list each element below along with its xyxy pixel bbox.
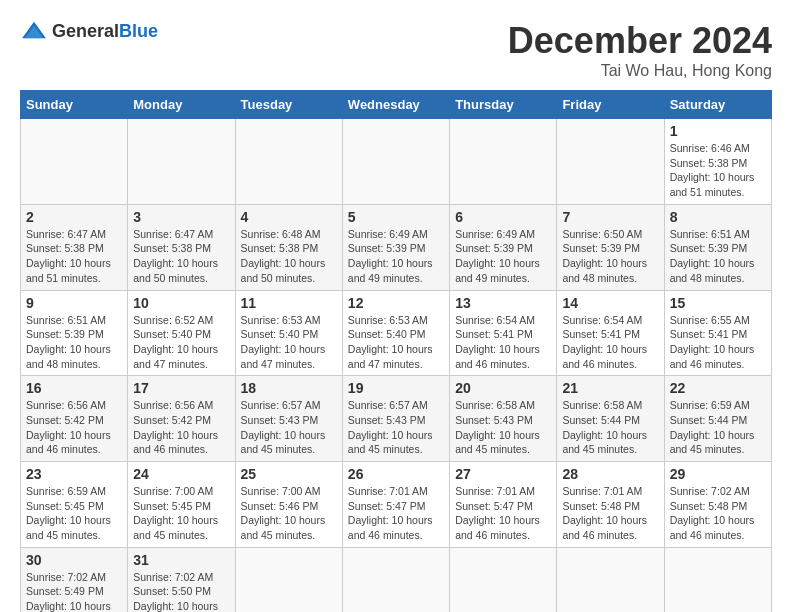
day-number: 9 [26,295,122,311]
empty-cell [557,119,664,205]
calendar-day-7: 7Sunrise: 6:50 AMSunset: 5:39 PMDaylight… [557,204,664,290]
calendar-day-3: 3Sunrise: 6:47 AMSunset: 5:38 PMDaylight… [128,204,235,290]
day-info: Sunrise: 6:50 AMSunset: 5:39 PMDaylight:… [562,227,658,286]
calendar-day-14: 14Sunrise: 6:54 AMSunset: 5:41 PMDayligh… [557,290,664,376]
day-number: 25 [241,466,337,482]
day-number: 13 [455,295,551,311]
column-header-monday: Monday [128,91,235,119]
day-number: 24 [133,466,229,482]
day-info: Sunrise: 6:53 AMSunset: 5:40 PMDaylight:… [348,313,444,372]
day-number: 15 [670,295,766,311]
generalblue-logo-icon [20,20,48,42]
day-info: Sunrise: 6:53 AMSunset: 5:40 PMDaylight:… [241,313,337,372]
day-number: 12 [348,295,444,311]
column-header-wednesday: Wednesday [342,91,449,119]
day-number: 28 [562,466,658,482]
empty-cell [235,547,342,612]
calendar-day-21: 21Sunrise: 6:58 AMSunset: 5:44 PMDayligh… [557,376,664,462]
day-info: Sunrise: 7:01 AMSunset: 5:48 PMDaylight:… [562,484,658,543]
column-header-tuesday: Tuesday [235,91,342,119]
calendar-day-25: 25Sunrise: 7:00 AMSunset: 5:46 PMDayligh… [235,462,342,548]
day-number: 6 [455,209,551,225]
day-info: Sunrise: 6:57 AMSunset: 5:43 PMDaylight:… [241,398,337,457]
day-info: Sunrise: 6:54 AMSunset: 5:41 PMDaylight:… [455,313,551,372]
column-header-thursday: Thursday [450,91,557,119]
calendar-day-15: 15Sunrise: 6:55 AMSunset: 5:41 PMDayligh… [664,290,771,376]
calendar-day-11: 11Sunrise: 6:53 AMSunset: 5:40 PMDayligh… [235,290,342,376]
day-info: Sunrise: 7:02 AMSunset: 5:48 PMDaylight:… [670,484,766,543]
day-info: Sunrise: 6:56 AMSunset: 5:42 PMDaylight:… [26,398,122,457]
day-info: Sunrise: 6:58 AMSunset: 5:43 PMDaylight:… [455,398,551,457]
day-number: 8 [670,209,766,225]
day-info: Sunrise: 6:59 AMSunset: 5:45 PMDaylight:… [26,484,122,543]
day-number: 1 [670,123,766,139]
day-info: Sunrise: 7:02 AMSunset: 5:49 PMDaylight:… [26,570,122,612]
calendar-week-row: 1Sunrise: 6:46 AMSunset: 5:38 PMDaylight… [21,119,772,205]
page-header: GeneralBlue December 2024 Tai Wo Hau, Ho… [20,20,772,80]
day-number: 26 [348,466,444,482]
calendar-day-27: 27Sunrise: 7:01 AMSunset: 5:47 PMDayligh… [450,462,557,548]
month-title: December 2024 [508,20,772,62]
calendar-day-30: 30Sunrise: 7:02 AMSunset: 5:49 PMDayligh… [21,547,128,612]
empty-cell [21,119,128,205]
calendar-day-5: 5Sunrise: 6:49 AMSunset: 5:39 PMDaylight… [342,204,449,290]
day-info: Sunrise: 7:00 AMSunset: 5:46 PMDaylight:… [241,484,337,543]
calendar-day-9: 9Sunrise: 6:51 AMSunset: 5:39 PMDaylight… [21,290,128,376]
calendar-day-26: 26Sunrise: 7:01 AMSunset: 5:47 PMDayligh… [342,462,449,548]
day-info: Sunrise: 6:52 AMSunset: 5:40 PMDaylight:… [133,313,229,372]
day-number: 16 [26,380,122,396]
day-info: Sunrise: 7:01 AMSunset: 5:47 PMDaylight:… [348,484,444,543]
day-info: Sunrise: 7:02 AMSunset: 5:50 PMDaylight:… [133,570,229,612]
day-info: Sunrise: 6:48 AMSunset: 5:38 PMDaylight:… [241,227,337,286]
calendar-day-8: 8Sunrise: 6:51 AMSunset: 5:39 PMDaylight… [664,204,771,290]
day-info: Sunrise: 6:46 AMSunset: 5:38 PMDaylight:… [670,141,766,200]
calendar-day-23: 23Sunrise: 6:59 AMSunset: 5:45 PMDayligh… [21,462,128,548]
calendar-week-row: 23Sunrise: 6:59 AMSunset: 5:45 PMDayligh… [21,462,772,548]
day-info: Sunrise: 7:00 AMSunset: 5:45 PMDaylight:… [133,484,229,543]
day-number: 21 [562,380,658,396]
calendar-header-row: SundayMondayTuesdayWednesdayThursdayFrid… [21,91,772,119]
calendar-day-4: 4Sunrise: 6:48 AMSunset: 5:38 PMDaylight… [235,204,342,290]
day-number: 2 [26,209,122,225]
calendar-day-19: 19Sunrise: 6:57 AMSunset: 5:43 PMDayligh… [342,376,449,462]
day-info: Sunrise: 6:58 AMSunset: 5:44 PMDaylight:… [562,398,658,457]
day-number: 29 [670,466,766,482]
day-number: 7 [562,209,658,225]
day-number: 22 [670,380,766,396]
empty-cell [557,547,664,612]
day-info: Sunrise: 6:55 AMSunset: 5:41 PMDaylight:… [670,313,766,372]
calendar-day-29: 29Sunrise: 7:02 AMSunset: 5:48 PMDayligh… [664,462,771,548]
day-number: 11 [241,295,337,311]
day-info: Sunrise: 6:49 AMSunset: 5:39 PMDaylight:… [348,227,444,286]
day-number: 23 [26,466,122,482]
column-header-friday: Friday [557,91,664,119]
calendar-day-12: 12Sunrise: 6:53 AMSunset: 5:40 PMDayligh… [342,290,449,376]
calendar-day-17: 17Sunrise: 6:56 AMSunset: 5:42 PMDayligh… [128,376,235,462]
calendar-day-22: 22Sunrise: 6:59 AMSunset: 5:44 PMDayligh… [664,376,771,462]
day-info: Sunrise: 6:56 AMSunset: 5:42 PMDaylight:… [133,398,229,457]
calendar-day-20: 20Sunrise: 6:58 AMSunset: 5:43 PMDayligh… [450,376,557,462]
empty-cell [664,547,771,612]
day-number: 17 [133,380,229,396]
day-info: Sunrise: 6:59 AMSunset: 5:44 PMDaylight:… [670,398,766,457]
empty-cell [128,119,235,205]
calendar-day-2: 2Sunrise: 6:47 AMSunset: 5:38 PMDaylight… [21,204,128,290]
empty-cell [342,119,449,205]
calendar-title-area: December 2024 Tai Wo Hau, Hong Kong [508,20,772,80]
calendar-day-28: 28Sunrise: 7:01 AMSunset: 5:48 PMDayligh… [557,462,664,548]
day-number: 10 [133,295,229,311]
day-info: Sunrise: 6:54 AMSunset: 5:41 PMDaylight:… [562,313,658,372]
day-info: Sunrise: 6:51 AMSunset: 5:39 PMDaylight:… [26,313,122,372]
calendar-day-24: 24Sunrise: 7:00 AMSunset: 5:45 PMDayligh… [128,462,235,548]
day-number: 14 [562,295,658,311]
day-number: 18 [241,380,337,396]
day-info: Sunrise: 6:51 AMSunset: 5:39 PMDaylight:… [670,227,766,286]
day-number: 5 [348,209,444,225]
calendar-day-18: 18Sunrise: 6:57 AMSunset: 5:43 PMDayligh… [235,376,342,462]
location-title: Tai Wo Hau, Hong Kong [508,62,772,80]
day-info: Sunrise: 6:49 AMSunset: 5:39 PMDaylight:… [455,227,551,286]
day-info: Sunrise: 6:57 AMSunset: 5:43 PMDaylight:… [348,398,444,457]
empty-cell [450,119,557,205]
calendar-week-row: 2Sunrise: 6:47 AMSunset: 5:38 PMDaylight… [21,204,772,290]
column-header-saturday: Saturday [664,91,771,119]
